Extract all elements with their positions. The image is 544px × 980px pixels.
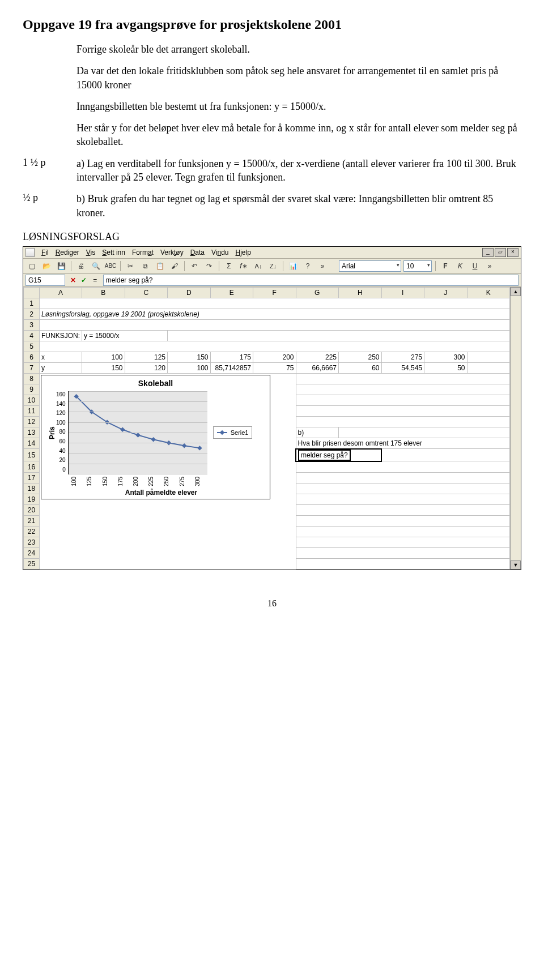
cell[interactable]: b) xyxy=(296,427,339,438)
row-header[interactable]: 20 xyxy=(24,504,40,515)
redo-icon[interactable]: ↷ xyxy=(203,260,215,272)
menu-window[interactable]: Vindu xyxy=(211,249,229,256)
col-header[interactable]: K xyxy=(467,287,510,298)
row-header[interactable]: 18 xyxy=(24,483,40,494)
cell[interactable]: 66,6667 xyxy=(296,362,339,373)
cell[interactable]: 100 xyxy=(82,352,125,362)
cell[interactable]: 275 xyxy=(381,352,424,362)
cell[interactable]: x xyxy=(40,352,82,362)
window-minimize-icon[interactable]: _ xyxy=(482,248,494,257)
row-header[interactable]: 6 xyxy=(24,352,40,362)
cell[interactable]: 250 xyxy=(339,352,382,362)
cell[interactable]: 175 xyxy=(210,352,253,362)
sort-asc-icon[interactable]: A↓ xyxy=(252,260,265,272)
sort-desc-icon[interactable]: Z↓ xyxy=(267,260,279,272)
more-format-icon[interactable]: » xyxy=(483,260,496,272)
save-icon[interactable]: 💾 xyxy=(55,260,67,272)
col-header[interactable]: B xyxy=(82,287,125,298)
row-header[interactable]: 25 xyxy=(24,558,40,569)
menu-insert[interactable]: Sett inn xyxy=(102,249,125,256)
cell[interactable]: 54,545 xyxy=(381,362,424,373)
row-header[interactable]: 22 xyxy=(24,526,40,537)
row-header[interactable]: 19 xyxy=(24,494,40,504)
italic-button[interactable]: K xyxy=(454,260,466,272)
spellcheck-icon[interactable]: ABC xyxy=(104,260,117,272)
row-header[interactable]: 23 xyxy=(24,537,40,547)
cell[interactable]: 150 xyxy=(168,352,211,362)
equals-icon[interactable]: = xyxy=(91,276,100,284)
print-icon[interactable]: 🖨 xyxy=(75,260,87,272)
menu-help[interactable]: Hjelp xyxy=(236,249,251,256)
bold-button[interactable]: F xyxy=(439,260,452,272)
row-header[interactable]: 2 xyxy=(24,309,40,319)
open-icon[interactable]: 📂 xyxy=(40,260,53,272)
select-all-corner[interactable] xyxy=(24,287,40,298)
row-header[interactable]: 14 xyxy=(24,438,40,449)
menu-view[interactable]: Vis xyxy=(86,249,95,256)
cut-icon[interactable]: ✂ xyxy=(124,260,137,272)
row-header[interactable]: 9 xyxy=(24,384,40,395)
menu-tools[interactable]: Verktøy xyxy=(160,249,184,256)
cell[interactable]: 100 xyxy=(168,362,211,373)
scroll-down-icon[interactable]: ▼ xyxy=(511,560,521,570)
cell[interactable]: Hva blir prisen desom omtrent 175 elever xyxy=(296,438,510,449)
menu-file[interactable]: FFilil xyxy=(41,249,49,256)
window-restore-icon[interactable]: ▱ xyxy=(495,248,506,257)
menu-data[interactable]: Data xyxy=(190,249,205,256)
col-header[interactable]: A xyxy=(40,287,82,298)
row-header[interactable]: 8 xyxy=(24,373,40,384)
row-header[interactable]: 15 xyxy=(24,449,40,461)
cell[interactable]: 225 xyxy=(296,352,339,362)
cell[interactable]: 125 xyxy=(125,352,168,362)
font-size-select[interactable]: 10 xyxy=(403,260,432,272)
cell[interactable]: 150 xyxy=(82,362,125,373)
col-header[interactable]: F xyxy=(253,287,296,298)
row-header[interactable]: 5 xyxy=(24,341,40,352)
col-header[interactable]: J xyxy=(424,287,468,298)
cell[interactable]: y = 15000/x xyxy=(82,330,168,341)
row-header[interactable]: 7 xyxy=(24,362,40,373)
function-icon[interactable]: f∗ xyxy=(237,260,250,272)
cell[interactable]: 60 xyxy=(339,362,382,373)
autosum-icon[interactable]: Σ xyxy=(223,260,235,272)
paste-icon[interactable]: 📋 xyxy=(154,260,166,272)
row-header[interactable]: 10 xyxy=(24,395,40,405)
name-box[interactable]: G15 xyxy=(26,275,65,286)
cell[interactable]: y xyxy=(40,362,82,373)
row-header[interactable]: 3 xyxy=(24,319,40,330)
col-header[interactable]: I xyxy=(381,287,424,298)
active-cell[interactable]: melder seg på? xyxy=(296,449,381,461)
menu-format[interactable]: Format xyxy=(132,249,154,256)
cell[interactable]: 200 xyxy=(253,352,296,362)
new-icon[interactable]: ▢ xyxy=(26,260,38,272)
col-header[interactable]: H xyxy=(339,287,382,298)
copy-icon[interactable]: ⧉ xyxy=(139,260,151,272)
col-header[interactable]: D xyxy=(168,287,211,298)
row-header[interactable]: 4 xyxy=(24,330,40,341)
formula-bar[interactable]: melder seg på? xyxy=(103,275,518,286)
cell[interactable]: 300 xyxy=(424,352,468,362)
undo-icon[interactable]: ↶ xyxy=(188,260,201,272)
scroll-up-icon[interactable]: ▲ xyxy=(511,287,521,296)
row-header[interactable]: 17 xyxy=(24,472,40,483)
cancel-edit-icon[interactable]: ✕ xyxy=(69,276,78,284)
menu-edit[interactable]: Rediger xyxy=(56,249,79,256)
row-header[interactable]: 16 xyxy=(24,461,40,473)
accept-edit-icon[interactable]: ✓ xyxy=(79,276,88,284)
cell[interactable]: Løsningsforslag, oppgave 19 2001 (prosje… xyxy=(40,309,510,319)
spreadsheet-grid[interactable]: A B C D E F G H I J K 1 2 Løsningsforsla… xyxy=(23,287,510,570)
cell[interactable]: 50 xyxy=(424,362,468,373)
embedded-chart[interactable]: Skoleball Pris 160140120100806040200 Ser… xyxy=(41,375,270,499)
row-header[interactable]: 12 xyxy=(24,416,40,427)
cell[interactable]: 85,7142857 xyxy=(210,362,253,373)
row-header[interactable]: 24 xyxy=(24,547,40,558)
help-icon[interactable]: ? xyxy=(301,260,314,272)
col-header[interactable]: E xyxy=(210,287,253,298)
row-header[interactable]: 13 xyxy=(24,427,40,438)
print-preview-icon[interactable]: 🔍 xyxy=(90,260,102,272)
chart-wizard-icon[interactable]: 📊 xyxy=(287,260,299,272)
col-header[interactable]: G xyxy=(296,287,339,298)
more-buttons-icon[interactable]: » xyxy=(316,260,329,272)
cell[interactable]: 75 xyxy=(253,362,296,373)
cell[interactable]: 120 xyxy=(125,362,168,373)
